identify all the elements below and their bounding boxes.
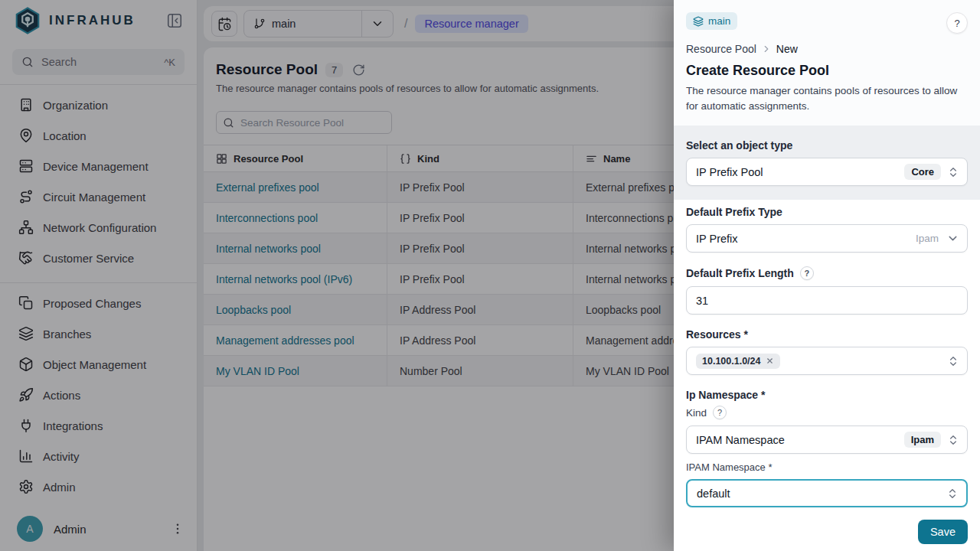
ipam-namespace-label: IPAM Namespace * [686,461,968,473]
drawer-title: Create Resource Pool [686,63,968,79]
object-type-section: Select an object type IP Prefix Pool Cor… [674,126,980,200]
breadcrumb-parent[interactable]: Resource Pool [686,43,756,55]
ip-namespace-group: Ip Namespace * Kind ? IPAM Namespace Ipa… [686,389,968,507]
chevrons-up-down-icon [947,166,959,178]
breadcrumb-current: New [776,43,798,55]
chevron-right-icon [761,44,772,54]
kind-label: Kind ? [686,406,968,419]
layers-icon [693,16,704,27]
chevrons-up-down-icon [946,487,959,500]
chevrons-up-down-icon [947,434,959,446]
help-button[interactable]: ? [946,12,968,34]
ip-namespace-group-label: Ip Namespace * [686,389,968,401]
resource-tag: 10.100.1.0/24 [696,354,780,369]
prefix-type-field: Default Prefix Type IP Prefix Ipam [686,206,968,253]
core-badge: Core [904,164,941,180]
help-icon[interactable]: ? [800,266,814,280]
kind-select[interactable]: IPAM Namespace Ipam [686,425,968,454]
resources-multiselect[interactable]: 10.100.1.0/24 [686,347,968,375]
resources-label: Resources * [686,328,968,341]
ipam-hint: Ipam [916,233,939,244]
create-resource-pool-drawer: main ? Resource Pool New Create Resource… [674,0,980,551]
prefix-length-label: Default Prefix Length ? [686,266,968,280]
chevron-down-icon [946,232,959,245]
drawer-description: The resource manager contains pools of r… [686,83,968,115]
object-type-label: Select an object type [686,139,968,152]
chevrons-up-down-icon [947,355,959,367]
ipam-namespace-select[interactable]: default [686,479,968,507]
prefix-length-input[interactable] [686,286,968,315]
save-button[interactable]: Save [918,520,968,544]
prefix-type-label: Default Prefix Type [686,206,968,218]
branch-badge: main [686,12,737,30]
prefix-length-field: Default Prefix Length ? [686,266,968,315]
object-type-select[interactable]: IP Prefix Pool Core [686,158,968,186]
ipam-badge: Ipam [904,432,941,448]
resources-field: Resources * 10.100.1.0/24 [686,328,968,375]
prefix-type-select[interactable]: IP Prefix Ipam [686,224,968,253]
help-icon[interactable]: ? [713,406,727,419]
remove-tag-icon[interactable] [766,357,774,365]
drawer-breadcrumb: Resource Pool New [686,43,968,55]
